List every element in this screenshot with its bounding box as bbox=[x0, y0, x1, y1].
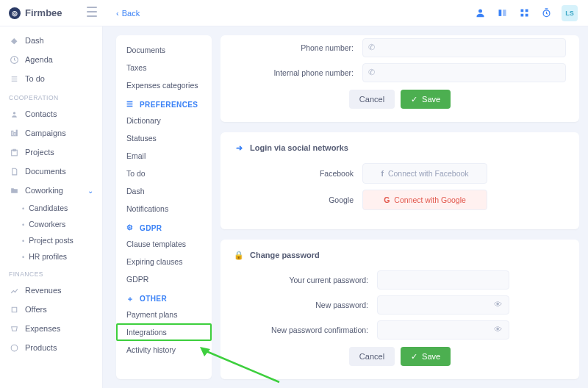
subnav-head-preferences: ☰ PREFERENCES bbox=[116, 94, 212, 112]
sidebar-item-projects[interactable]: Projects bbox=[0, 143, 102, 162]
diamond-icon: ◆ bbox=[9, 35, 19, 46]
brand-label: Firmbee bbox=[25, 7, 62, 18]
back-link[interactable]: ‹ Back bbox=[116, 9, 140, 18]
row-facebook: Facebook f Connect with Facebook bbox=[234, 163, 566, 184]
subnav-item-integrations[interactable]: Integrations bbox=[116, 323, 212, 341]
subnav-item-email[interactable]: Email bbox=[116, 147, 212, 165]
subnav-head-label: GDPR bbox=[140, 224, 162, 232]
confirm-password-input[interactable] bbox=[377, 320, 509, 340]
check-icon bbox=[411, 95, 417, 104]
subnav-head-gdpr: ⚙ GDPR bbox=[116, 218, 212, 235]
subnav-item-dictionary[interactable]: Dictionary bbox=[116, 112, 212, 129]
label-facebook: Facebook bbox=[234, 169, 362, 178]
list-icon bbox=[9, 73, 19, 84]
revenues-icon bbox=[9, 285, 19, 295]
sidebar-item-contacts[interactable]: Contacts bbox=[0, 104, 102, 123]
sidebar-item-label: Coworking bbox=[25, 186, 63, 195]
subnav-item-payment-plans[interactable]: Payment plans bbox=[116, 306, 212, 323]
phone-icon: ✆ bbox=[368, 43, 375, 52]
svg-point-14 bbox=[11, 345, 18, 351]
sidebar-item-products[interactable]: Products bbox=[0, 338, 102, 357]
contacts-icon bbox=[9, 109, 19, 119]
chevron-left-icon: ‹ bbox=[116, 9, 119, 18]
current-password-input[interactable] bbox=[377, 270, 509, 290]
products-icon bbox=[9, 342, 19, 353]
connect-google-button[interactable]: G Connect with Google bbox=[362, 190, 487, 210]
sidebar-subitem-candidates[interactable]: Candidates bbox=[0, 200, 102, 216]
subnav-item-gdpr[interactable]: GDPR bbox=[116, 270, 212, 288]
eye-icon[interactable]: 👁 bbox=[494, 300, 502, 309]
subnav-item-expenses-categories[interactable]: Expenses categories bbox=[116, 76, 212, 94]
subnav-item-notifications[interactable]: Notifications bbox=[116, 200, 212, 218]
subnav-head-label: PREFERENCES bbox=[140, 101, 198, 109]
expenses-icon bbox=[9, 323, 19, 334]
sidebar: ◆ Dash Agenda To do COOPERATION Contacts… bbox=[0, 26, 103, 388]
sidebar-item-coworking[interactable]: Coworking ⌄ bbox=[0, 181, 102, 200]
folder-icon bbox=[9, 185, 19, 195]
sidebar-item-offers[interactable]: Offers bbox=[0, 300, 102, 319]
save-button[interactable]: Save bbox=[401, 90, 451, 109]
sidebar-item-label: Dash bbox=[25, 36, 44, 45]
internal-phone-input[interactable] bbox=[362, 63, 566, 82]
sidebar-item-label: To do bbox=[25, 74, 45, 83]
connect-google-label: Connect with Google bbox=[394, 195, 465, 204]
row-internal-phone: Internal phone number: ✆ bbox=[234, 63, 566, 82]
svg-rect-11 bbox=[13, 132, 15, 135]
back-label: Back bbox=[122, 9, 140, 18]
sidebar-item-agenda[interactable]: Agenda bbox=[0, 50, 102, 69]
svg-rect-10 bbox=[11, 131, 12, 136]
row-current-password: Your current password: bbox=[234, 270, 566, 290]
sidebar-item-label: Coworkers bbox=[29, 220, 65, 229]
sidebar-item-revenues[interactable]: Revenues bbox=[0, 281, 102, 300]
preferences-icon: ☰ bbox=[126, 100, 135, 109]
cancel-button[interactable]: Cancel bbox=[349, 90, 395, 109]
subnav-item-expiring-clauses[interactable]: Expiring clauses bbox=[116, 253, 212, 270]
sidebar-subitem-project-posts[interactable]: Project posts bbox=[0, 232, 102, 248]
sidebar-item-expenses[interactable]: Expenses bbox=[0, 319, 102, 338]
sidebar-section-cooperation: COOPERATION bbox=[0, 88, 102, 104]
subnav-head-other: ＋ OTHER bbox=[116, 288, 212, 306]
sidebar-subitem-hr-profiles[interactable]: HR profiles bbox=[0, 248, 102, 265]
facebook-icon: f bbox=[381, 169, 384, 178]
subnav-item-documents[interactable]: Documents bbox=[116, 41, 212, 59]
row-confirm-password: New password confirmation: 👁 bbox=[234, 320, 566, 340]
subnav-item-statuses[interactable]: Statuses bbox=[116, 129, 212, 147]
subnav-item-dash[interactable]: Dash bbox=[116, 182, 212, 200]
subnav-item-clause-templates[interactable]: Clause templates bbox=[116, 235, 212, 253]
sidebar-item-label: Agenda bbox=[25, 55, 53, 64]
row-google: Google G Connect with Google bbox=[234, 190, 566, 210]
google-icon: G bbox=[384, 195, 390, 204]
eye-icon[interactable]: 👁 bbox=[494, 325, 502, 334]
sidebar-item-dash[interactable]: ◆ Dash bbox=[0, 31, 102, 50]
cancel-button[interactable]: Cancel bbox=[349, 347, 395, 366]
menu-toggle-icon[interactable] bbox=[87, 7, 97, 17]
row-phone: Phone number: ✆ bbox=[234, 38, 566, 57]
connect-facebook-label: Connect with Facebook bbox=[388, 169, 469, 178]
card-change-password: 🔒 Change password Your current password:… bbox=[220, 240, 579, 379]
settings-subnav: Documents Taxes Expenses categories ☰ PR… bbox=[116, 35, 212, 379]
subnav-item-taxes[interactable]: Taxes bbox=[116, 59, 212, 76]
label-confirm-password: New password confirmation: bbox=[234, 326, 377, 334]
phone-icon: ✆ bbox=[368, 68, 375, 77]
sidebar-item-documents[interactable]: Documents bbox=[0, 162, 102, 181]
sidebar-item-todo[interactable]: To do bbox=[0, 69, 102, 88]
connect-facebook-button[interactable]: f Connect with Facebook bbox=[362, 163, 487, 184]
label-phone: Phone number: bbox=[234, 43, 362, 52]
subnav-item-todo[interactable]: To do bbox=[116, 165, 212, 182]
label-current-password: Your current password: bbox=[234, 276, 377, 284]
card-title-label: Login via social networks bbox=[250, 143, 348, 152]
phone-input[interactable] bbox=[362, 38, 566, 57]
clock-icon bbox=[9, 54, 19, 65]
sidebar-item-label: Contacts bbox=[25, 109, 57, 118]
sidebar-item-label: Offers bbox=[25, 305, 47, 314]
plus-icon: ＋ bbox=[126, 294, 135, 303]
sidebar-item-label: Expenses bbox=[25, 324, 60, 333]
shield-icon: ⚙ bbox=[126, 223, 135, 232]
subnav-item-activity-history[interactable]: Activity history bbox=[116, 341, 212, 359]
sidebar-item-campaigns[interactable]: Campaigns bbox=[0, 123, 102, 143]
sidebar-subitem-coworkers[interactable]: Coworkers bbox=[0, 216, 102, 232]
lock-icon: 🔒 bbox=[234, 250, 244, 260]
sidebar-item-label: HR profiles bbox=[29, 252, 67, 261]
new-password-input[interactable] bbox=[377, 295, 509, 315]
save-button[interactable]: Save bbox=[401, 347, 451, 366]
